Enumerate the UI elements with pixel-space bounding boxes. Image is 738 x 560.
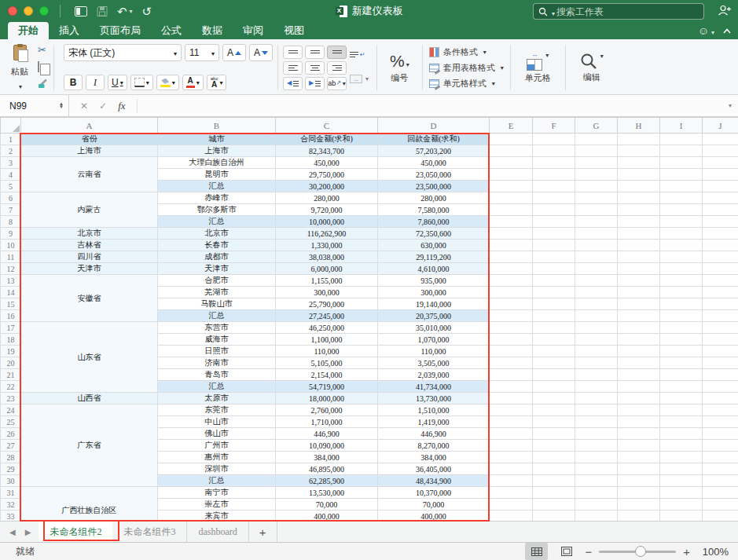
edit-button[interactable] [580, 53, 604, 70]
cell[interactable]: 合肥市 [158, 275, 276, 287]
cell[interactable]: 惠州市 [158, 452, 276, 463]
cell[interactable]: 上海市 [158, 145, 276, 157]
cell[interactable] [490, 287, 533, 298]
cell[interactable] [575, 275, 618, 287]
cell[interactable] [703, 169, 738, 181]
cell[interactable]: 6,000,000 [276, 263, 378, 275]
cell[interactable] [703, 263, 738, 275]
cell[interactable]: 9,720,000 [276, 204, 378, 216]
cell[interactable] [703, 145, 738, 157]
cell[interactable] [703, 228, 738, 240]
row-header[interactable]: 25 [1, 416, 21, 428]
cell[interactable] [490, 157, 533, 169]
column-header-H[interactable]: H [618, 118, 660, 134]
row-header[interactable]: 30 [1, 475, 21, 487]
cell[interactable]: 大理白族自治州 [158, 157, 276, 169]
cell[interactable]: 吉林省 [21, 240, 158, 251]
cell[interactable]: 东营市 [158, 322, 276, 334]
cell[interactable] [618, 346, 660, 357]
cell[interactable]: 13,530,000 [276, 487, 378, 499]
cell[interactable] [575, 499, 618, 511]
cell[interactable]: 广东省 [21, 404, 158, 487]
cell[interactable] [533, 192, 575, 204]
row-header[interactable]: 6 [1, 192, 21, 204]
cell[interactable] [660, 334, 703, 346]
zoom-slider-thumb[interactable] [635, 546, 646, 557]
row-header[interactable]: 14 [1, 287, 21, 298]
increase-indent-button[interactable]: ▶ [305, 77, 325, 90]
cell[interactable]: 济南市 [158, 357, 276, 369]
cell[interactable] [533, 393, 575, 404]
align-top-button[interactable] [283, 46, 303, 59]
sheet-tab-2[interactable]: dashboard [187, 522, 248, 542]
cell[interactable] [533, 452, 575, 463]
enter-button[interactable]: ✓ [99, 101, 107, 112]
cell[interactable] [533, 357, 575, 369]
cell[interactable] [703, 369, 738, 381]
merge-cells-button[interactable]: ↔ [350, 75, 369, 83]
cell[interactable] [490, 381, 533, 393]
wrap-text-button[interactable]: ↵ [350, 52, 369, 58]
cell[interactable]: 2,039,000 [378, 369, 490, 381]
cell[interactable] [660, 404, 703, 416]
cell[interactable] [575, 416, 618, 428]
cell[interactable]: 23,500,000 [378, 181, 490, 192]
cell[interactable] [660, 287, 703, 298]
cell[interactable] [703, 452, 738, 463]
cell[interactable] [533, 475, 575, 487]
cells-button[interactable]: ↔ [527, 52, 549, 71]
row-header[interactable]: 31 [1, 487, 21, 499]
cell[interactable] [490, 216, 533, 228]
cell[interactable] [703, 298, 738, 310]
cell[interactable] [575, 298, 618, 310]
cell[interactable] [533, 298, 575, 310]
cell[interactable]: 38,038,000 [276, 251, 378, 263]
cell[interactable] [575, 216, 618, 228]
cell[interactable]: 云南省 [21, 157, 158, 192]
cell[interactable] [618, 275, 660, 287]
cut-button[interactable]: ✂ [38, 45, 49, 55]
cell[interactable]: 安徽省 [21, 275, 158, 322]
cell[interactable] [490, 134, 533, 145]
cell[interactable]: 300,000 [276, 287, 378, 298]
cell-styles-button[interactable]: 单元格样式 [429, 76, 504, 90]
cell[interactable]: 3,505,000 [378, 357, 490, 369]
cell[interactable]: 昆明市 [158, 169, 276, 181]
cell[interactable]: 46,250,000 [276, 322, 378, 334]
row-header[interactable]: 10 [1, 240, 21, 251]
cell[interactable] [660, 310, 703, 322]
cell[interactable] [490, 463, 533, 475]
cell[interactable]: 36,405,000 [378, 463, 490, 475]
cell[interactable] [533, 381, 575, 393]
cell[interactable]: 116,262,900 [276, 228, 378, 240]
cell[interactable]: 汇总 [158, 216, 276, 228]
cell[interactable] [660, 357, 703, 369]
cell[interactable] [660, 216, 703, 228]
cell[interactable] [703, 181, 738, 192]
align-right-button[interactable] [327, 61, 347, 75]
cell[interactable]: 72,350,600 [378, 228, 490, 240]
cell[interactable] [618, 393, 660, 404]
ribbon-tab-0[interactable]: 开始 [8, 22, 49, 39]
cell[interactable] [618, 216, 660, 228]
cell[interactable]: 合同金额(求和) [276, 134, 378, 145]
row-header[interactable]: 20 [1, 357, 21, 369]
cell[interactable] [533, 499, 575, 511]
zoom-out-button[interactable]: − [585, 545, 592, 558]
cell[interactable] [490, 369, 533, 381]
feedback-button[interactable]: ☺ [698, 24, 714, 38]
formula-input[interactable] [138, 95, 721, 116]
column-header-F[interactable]: F [533, 118, 575, 134]
cell[interactable] [618, 157, 660, 169]
bold-button[interactable]: B [64, 75, 83, 90]
cell[interactable] [490, 310, 533, 322]
cell[interactable] [703, 475, 738, 487]
cell[interactable]: 25,790,000 [276, 298, 378, 310]
cell[interactable] [490, 181, 533, 192]
ribbon-tab-3[interactable]: 公式 [151, 22, 192, 39]
cell[interactable] [618, 287, 660, 298]
cell[interactable]: 7,860,000 [378, 216, 490, 228]
cell[interactable]: 8,270,000 [378, 440, 490, 452]
cell[interactable] [533, 346, 575, 357]
cell[interactable]: 27,245,000 [276, 310, 378, 322]
